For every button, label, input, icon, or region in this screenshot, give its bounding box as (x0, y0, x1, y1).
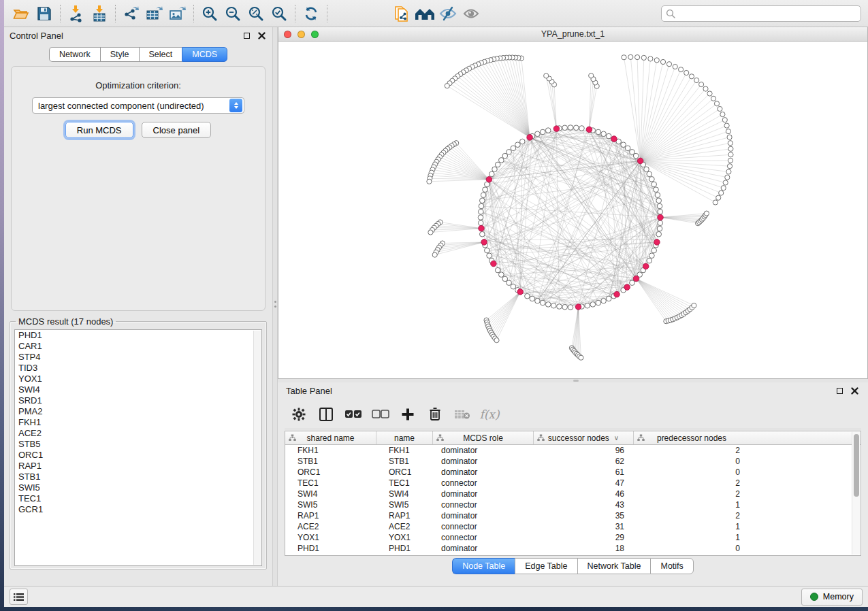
cell-successor-nodes: 18 (534, 543, 634, 554)
mcds-list-item[interactable]: TID3 (15, 363, 261, 374)
app-window: Control Panel NetworkStyleSelectMCDS Opt… (4, 0, 868, 607)
column-header-successor-nodes[interactable]: successor nodes∨ (534, 431, 634, 444)
mcds-list-item[interactable]: ACE2 (15, 428, 261, 439)
tab-network[interactable]: Network (49, 47, 100, 62)
mcds-list-item[interactable]: YOX1 (15, 374, 261, 384)
mcds-list-item[interactable]: STB5 (15, 439, 261, 450)
network-canvas[interactable] (278, 42, 867, 378)
task-history-button[interactable] (10, 589, 28, 605)
run-mcds-button[interactable]: Run MCDS (65, 122, 133, 138)
table-settings-button[interactable] (289, 404, 309, 425)
export-image-button[interactable] (166, 3, 189, 24)
mcds-list-item[interactable]: TEC1 (15, 493, 261, 504)
table-row[interactable]: SWI5SWI5connector431 (285, 499, 861, 510)
table-scrollbar[interactable] (852, 432, 860, 555)
save-session-button[interactable] (33, 3, 56, 24)
zoom-out-button[interactable] (221, 3, 244, 24)
import-network-button[interactable] (65, 3, 88, 24)
hide-selected-button[interactable] (436, 3, 460, 24)
search-input[interactable] (678, 9, 856, 18)
table-row[interactable]: SWI4SWI4dominator462 (285, 489, 861, 499)
export-table-button[interactable] (143, 3, 166, 24)
tab-motifs[interactable]: Motifs (650, 558, 693, 574)
column-header-shared-name[interactable]: shared name (285, 431, 376, 444)
mcds-list-item[interactable]: FKH1 (15, 417, 261, 428)
mcds-list-item[interactable]: RAP1 (15, 461, 261, 472)
tab-select[interactable]: Select (139, 47, 182, 62)
table-row[interactable]: ORC1ORC1dominator610 (285, 467, 861, 478)
mcds-list-item[interactable]: SWI5 (15, 482, 261, 493)
cell-shared-name: SWI5 (285, 499, 376, 510)
mcds-list-item[interactable]: STB1 (15, 472, 261, 482)
tab-mcds[interactable]: MCDS (182, 47, 227, 62)
cell-predecessor-nodes: 0 (634, 456, 750, 467)
zoom-out-icon (225, 5, 241, 22)
close-panel-button[interactable] (256, 31, 267, 42)
tab-network-table[interactable]: Network Table (577, 558, 651, 574)
table-row[interactable]: YOX1YOX1connector291 (285, 532, 861, 543)
table-row[interactable]: STB1STB1dominator620 (285, 456, 861, 467)
tab-style[interactable]: Style (100, 47, 139, 62)
mcds-list-item[interactable]: SWI4 (15, 384, 261, 395)
mcds-list-item[interactable]: PMA2 (15, 406, 261, 417)
delete-column-button[interactable] (425, 404, 445, 425)
open-file-button[interactable] (10, 3, 33, 24)
mcds-list-item[interactable]: PHD1 (15, 330, 261, 341)
column-header-predecessor-nodes[interactable]: predecessor nodes (634, 431, 750, 444)
table-row[interactable]: FKH1FKH1dominator962 (285, 445, 861, 456)
cell-MCDS-role: dominator (433, 489, 534, 499)
table-body: FKH1FKH1dominator962STB1STB1dominator620… (285, 445, 861, 554)
memory-button[interactable]: Memory (801, 589, 863, 606)
zoom-in-button[interactable] (198, 3, 221, 24)
table-row[interactable]: RAP1RAP1dominator352 (285, 510, 861, 521)
scrollbar-thumb[interactable] (854, 434, 859, 497)
unchecked-boxes-icon (372, 410, 389, 419)
mcds-list-item[interactable]: SRD1 (15, 395, 261, 406)
tab-node-table[interactable]: Node Table (452, 558, 515, 574)
mcds-list-item[interactable]: STP4 (15, 352, 261, 363)
show-columns-button[interactable] (316, 404, 336, 425)
column-header-name[interactable]: name (376, 431, 433, 444)
delete-table-button[interactable] (452, 404, 472, 425)
apply-layout-button[interactable] (300, 3, 323, 24)
cell-shared-name: FKH1 (285, 445, 376, 456)
list-scrollbar[interactable] (253, 331, 261, 565)
mcds-result-group: MCDS result (17 nodes) PHD1CAR1STP4TID3Y… (10, 316, 267, 569)
mcds-result-list[interactable]: PHD1CAR1STP4TID3YOX1SWI4SRD1PMA2FKH1ACE2… (14, 329, 262, 566)
tab-edge-table[interactable]: Edge Table (515, 558, 577, 574)
import-table-button[interactable] (88, 3, 111, 24)
float-panel-button[interactable] (241, 31, 252, 42)
table-row[interactable]: ACE2ACE2connector311 (285, 521, 861, 532)
mcds-list-item[interactable]: GCR1 (15, 504, 261, 515)
criterion-select[interactable]: largest connected component (undirected) (32, 97, 244, 114)
add-column-button[interactable] (398, 404, 418, 425)
mcds-panel: Optimization criterion: largest connecte… (11, 66, 266, 311)
control-panel: Control Panel NetworkStyleSelectMCDS Opt… (4, 27, 272, 586)
close-panel-action-button[interactable]: Close panel (142, 122, 212, 138)
cell-name: SWI4 (376, 489, 433, 499)
gear-icon (292, 408, 306, 421)
mcds-list-item[interactable]: CAR1 (15, 341, 261, 352)
deselect-all-button[interactable] (370, 404, 391, 425)
export-network-button[interactable] (120, 3, 143, 24)
table-float-button[interactable] (834, 386, 845, 397)
vertical-splitter[interactable] (272, 27, 278, 586)
table-close-button[interactable] (849, 386, 860, 397)
horizontal-splitter[interactable] (278, 379, 868, 382)
zoom-fit-button[interactable] (244, 3, 268, 24)
clone-network-button[interactable] (390, 3, 413, 24)
function-builder-button[interactable]: f(x) (479, 404, 500, 425)
show-all-button[interactable] (460, 3, 483, 24)
float-icon (244, 33, 250, 39)
show-panels-button[interactable] (413, 3, 436, 24)
save-icon (37, 6, 52, 21)
network-window-titlebar[interactable]: YPA_prune.txt_1 (278, 27, 867, 42)
column-header-MCDS-role[interactable]: MCDS role (433, 431, 534, 444)
right-column: YPA_prune.txt_1 Table Panel (278, 27, 868, 586)
select-all-button[interactable] (343, 404, 364, 425)
table-row[interactable]: PHD1PHD1dominator180 (285, 543, 861, 554)
cell-predecessor-nodes: 1 (634, 532, 750, 543)
mcds-list-item[interactable]: ORC1 (15, 450, 261, 461)
zoom-selected-button[interactable] (268, 3, 291, 24)
table-row[interactable]: TEC1TEC1connector472 (285, 478, 861, 489)
